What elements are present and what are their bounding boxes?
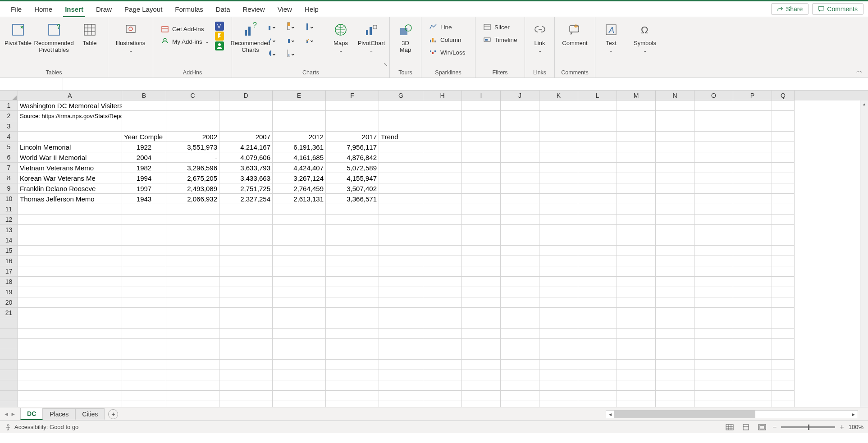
cell-D3[interactable] [219, 121, 273, 132]
cell-A6[interactable]: World War II Memorial [18, 152, 122, 163]
cell-B6[interactable]: 2004 [122, 152, 166, 163]
column-header-A[interactable]: A [18, 91, 122, 100]
cell-I3[interactable] [462, 121, 501, 132]
cell-E19[interactable] [273, 287, 326, 297]
cell-H1[interactable] [423, 100, 462, 111]
sheet-tab-dc[interactable]: DC [20, 408, 43, 420]
cell-M19[interactable] [617, 287, 656, 297]
cell-D15[interactable] [219, 246, 273, 256]
cell-K8[interactable] [539, 173, 578, 183]
sheet-tab-cities[interactable]: Cities [75, 408, 105, 420]
charts-dialog-launcher[interactable]: ⤡ [384, 62, 388, 68]
cell-B15[interactable] [122, 246, 166, 256]
cell-O4[interactable] [694, 132, 733, 142]
cell-Q14[interactable] [772, 235, 795, 246]
cell-N7[interactable] [656, 163, 694, 173]
sheet-nav-arrows[interactable]: ◄ ► [4, 411, 20, 417]
cell-P19[interactable] [733, 287, 772, 297]
cell-L12[interactable] [578, 215, 617, 225]
cell-J17[interactable] [501, 266, 539, 277]
cell-F7[interactable]: 5,072,589 [326, 163, 379, 173]
cell-I7[interactable] [462, 163, 501, 173]
cell-M16[interactable] [617, 256, 656, 266]
cell-L2[interactable] [578, 111, 617, 121]
cell-E15[interactable] [273, 246, 326, 256]
row-header-2[interactable]: 2 [0, 111, 18, 121]
cell-I20[interactable] [462, 297, 501, 308]
cell-A14[interactable] [18, 235, 122, 246]
column-header-G[interactable]: G [379, 91, 423, 100]
cell-M6[interactable] [617, 152, 656, 163]
cell-P21[interactable] [733, 308, 772, 318]
row-header-8[interactable]: 8 [0, 173, 18, 183]
cell-K7[interactable] [539, 163, 578, 173]
cell-H4[interactable] [423, 132, 462, 142]
cell-O21[interactable] [694, 308, 733, 318]
cell-L5[interactable] [578, 142, 617, 152]
row-header-5[interactable]: 5 [0, 142, 18, 152]
cell-P13[interactable] [733, 225, 772, 235]
column-header-Q[interactable]: Q [772, 91, 795, 100]
cell-C5[interactable]: 3,551,973 [166, 142, 219, 152]
cell-O15[interactable] [694, 246, 733, 256]
cell-O12[interactable] [694, 215, 733, 225]
row-header-10[interactable]: 10 [0, 194, 18, 204]
cell-C17[interactable] [166, 266, 219, 277]
cell-Q11[interactable] [772, 204, 795, 215]
cell-Q12[interactable] [772, 215, 795, 225]
cell-O17[interactable] [694, 266, 733, 277]
cell-I21[interactable] [462, 308, 501, 318]
cell-I12[interactable] [462, 215, 501, 225]
cell-B16[interactable] [122, 256, 166, 266]
column-header-K[interactable]: K [539, 91, 578, 100]
cell-D7[interactable]: 3,633,793 [219, 163, 273, 173]
cell-H5[interactable] [423, 142, 462, 152]
cell-Q5[interactable] [772, 142, 795, 152]
column-header-F[interactable]: F [326, 91, 379, 100]
cell-B19[interactable] [122, 287, 166, 297]
cell-J15[interactable] [501, 246, 539, 256]
comment-button[interactable]: Comment [559, 20, 590, 48]
row-header-13[interactable]: 13 [0, 225, 18, 235]
column-header-P[interactable]: P [733, 91, 772, 100]
cell-H9[interactable] [423, 183, 462, 194]
cell-Q4[interactable] [772, 132, 795, 142]
cell-I1[interactable] [462, 100, 501, 111]
slicer-button[interactable]: Slicer [480, 22, 520, 32]
cell-A21[interactable] [18, 308, 122, 318]
cell-M1[interactable] [617, 100, 656, 111]
cell-P4[interactable] [733, 132, 772, 142]
cell-D19[interactable] [219, 287, 273, 297]
cell-L4[interactable] [578, 132, 617, 142]
hierarchy-chart-icon[interactable]: ⌄ [287, 22, 296, 31]
cell-D12[interactable] [219, 215, 273, 225]
cell-O6[interactable] [694, 152, 733, 163]
cell-L9[interactable] [578, 183, 617, 194]
cell-N11[interactable] [656, 204, 694, 215]
view-page-layout-button[interactable] [740, 423, 752, 432]
cell-D10[interactable]: 2,327,254 [219, 194, 273, 204]
cell-J4[interactable] [501, 132, 539, 142]
cell-O8[interactable] [694, 173, 733, 183]
cell-B20[interactable] [122, 297, 166, 308]
cell-F16[interactable] [326, 256, 379, 266]
line-chart-icon[interactable]: ⌄ [268, 35, 277, 44]
cell-M7[interactable] [617, 163, 656, 173]
cell-L20[interactable] [578, 297, 617, 308]
cell-J7[interactable] [501, 163, 539, 173]
cell-B5[interactable]: 1922 [122, 142, 166, 152]
cell-L1[interactable] [578, 100, 617, 111]
cell-I18[interactable] [462, 277, 501, 287]
zoom-in-button[interactable]: + [840, 423, 844, 431]
cell-I6[interactable] [462, 152, 501, 163]
cell-P17[interactable] [733, 266, 772, 277]
cell-N16[interactable] [656, 256, 694, 266]
cell-D16[interactable] [219, 256, 273, 266]
cell-M21[interactable] [617, 308, 656, 318]
cell-G13[interactable] [379, 225, 423, 235]
cell-A15[interactable] [18, 246, 122, 256]
row-header-16[interactable]: 16 [0, 256, 18, 266]
cell-N3[interactable] [656, 121, 694, 132]
cell-D21[interactable] [219, 308, 273, 318]
cell-L18[interactable] [578, 277, 617, 287]
